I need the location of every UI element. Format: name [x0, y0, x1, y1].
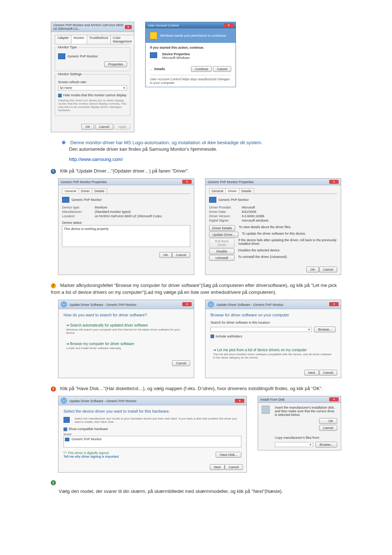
wizard-browse-head: Browse for driver software on your compu…: [211, 313, 336, 317]
signing-link[interactable]: Tell me why driver signing is important: [64, 455, 119, 458]
samsung-link[interactable]: http://www.samsung.com/: [69, 157, 123, 162]
step-9-icon: 9: [51, 480, 56, 485]
back-icon[interactable]: ←: [61, 397, 67, 404]
apply-button[interactable]: Apply: [114, 124, 130, 130]
monitor-icon: [58, 53, 65, 59]
tab-color[interactable]: Color Management: [110, 35, 135, 44]
device-status-label: Device status: [62, 221, 190, 224]
back-icon[interactable]: ←: [61, 301, 67, 308]
chevron-down-icon: ▾: [310, 443, 311, 446]
cancel-button[interactable]: Cancel: [225, 464, 243, 470]
chevron-down-icon: ▾: [123, 86, 125, 90]
copy-from-select[interactable]: ▾: [275, 442, 313, 447]
close-icon[interactable]: ✕: [235, 399, 244, 403]
browse-button[interactable]: Browse...: [315, 442, 337, 447]
select-head: Select the device driver you want to ins…: [64, 409, 241, 413]
program-icon: [150, 52, 157, 58]
rollback-driver-button[interactable]: Roll Back Driver: [209, 238, 235, 248]
shield-icon: 🛡: [64, 451, 67, 455]
ok-button[interactable]: OK: [81, 124, 94, 130]
browse-button[interactable]: Browse...: [314, 327, 336, 332]
continue-button[interactable]: Continue: [191, 66, 212, 72]
tab-troubleshoot[interactable]: Troubleshoot: [87, 35, 111, 44]
monitor-icon: [64, 417, 70, 423]
device-status-box: This device is working properly.: [62, 225, 190, 247]
driver-details-button[interactable]: Driver Details: [209, 225, 235, 231]
tab-details[interactable]: Details: [92, 188, 107, 194]
close-icon[interactable]: ✕: [329, 302, 339, 306]
hide-modes-label: Hide modes that this monitor cannot disp…: [63, 93, 127, 97]
ok-button[interactable]: OK: [306, 267, 319, 272]
device-props-driver: Generic PnP Monitor Properties✕ General …: [205, 178, 341, 275]
win-title: Generic PnP Monitor and NVIDIA GeForce 6…: [53, 23, 125, 31]
monitor-icon: [65, 438, 69, 441]
cancel-button[interactable]: Cancel: [319, 425, 337, 431]
refresh-label: Screen refresh rate:: [58, 80, 127, 84]
uac-dialog: User Account Control ✕ Windows needs you…: [145, 22, 236, 87]
next-button[interactable]: Next: [304, 370, 319, 376]
wizard-auto-option[interactable]: ➔ Search automatically for updated drive…: [64, 321, 189, 337]
uac-title: User Account Control: [148, 24, 179, 27]
close-icon[interactable]: ✕: [182, 180, 192, 184]
disable-button[interactable]: Disable: [209, 248, 234, 254]
uac-publisher: Microsoft Windows: [162, 56, 190, 60]
location-label: Search for driver software in this locat…: [211, 321, 336, 324]
model-list[interactable]: Generic PnP Monitor: [64, 436, 241, 447]
location-select[interactable]: ▾: [211, 327, 312, 332]
copy-from-label: Copy manufacturer's files from:: [275, 436, 337, 439]
properties-button[interactable]: Properties: [104, 61, 127, 67]
ok-button[interactable]: OK: [319, 418, 337, 424]
tab-driver[interactable]: Driver: [78, 188, 92, 194]
uac-details[interactable]: Details: [154, 67, 165, 71]
monitor-icon: [62, 197, 69, 203]
close-icon[interactable]: ✕: [224, 23, 233, 27]
cancel-button[interactable]: Cancel: [319, 370, 337, 376]
wizard-pick-option[interactable]: ➔ Let me pick from a list of device driv…: [211, 345, 336, 362]
close-icon[interactable]: ✕: [182, 302, 192, 306]
update-wizard-2: ←Update Driver Software - Generic PnP Mo…: [205, 300, 341, 378]
cancel-button[interactable]: Cancel: [319, 267, 337, 272]
tab-general[interactable]: General: [209, 188, 226, 194]
cancel-button[interactable]: Cancel: [172, 252, 190, 258]
tab-details[interactable]: Details: [239, 188, 254, 194]
tab-adapter[interactable]: Adapter: [55, 35, 72, 44]
back-icon[interactable]: ←: [208, 301, 214, 308]
disk-icon: [262, 406, 270, 414]
step-8-text: Klik på "Have Disk…"(Har diskette/cd…), …: [60, 386, 323, 391]
note-line2: Den autoriserede driver kan findes på Sa…: [69, 146, 217, 152]
close-icon[interactable]: ✕: [329, 180, 339, 184]
monitor-properties-window: Generic PnP Monitor and NVIDIA GeForce 6…: [51, 22, 134, 132]
ifd-message: Insert the manufacturer's installation d…: [275, 406, 337, 417]
cancel-button[interactable]: Cancel: [213, 66, 231, 72]
chevron-down-icon: ▾: [308, 328, 310, 331]
have-disk-button[interactable]: Have Disk...: [216, 452, 241, 458]
chevron-down-icon[interactable]: ⌄: [150, 67, 153, 71]
step-9-text: Vælg den model, der svarer til din skærm…: [59, 488, 341, 495]
update-driver-button[interactable]: Update Driver...: [209, 232, 238, 238]
tab-monitor[interactable]: Monitor: [71, 35, 87, 44]
install-from-disk-dialog: Install From Disk✕ Insert the manufactur…: [258, 396, 341, 450]
show-compatible-checkbox[interactable]: [64, 428, 67, 431]
cancel-button[interactable]: Cancel: [172, 360, 190, 366]
uninstall-button[interactable]: Uninstall: [209, 255, 234, 261]
select-driver-wizard: ←Update Driver Software - Generic PnP Mo…: [58, 396, 247, 473]
refresh-rate-select[interactable]: 60 Hertz ▾: [58, 85, 127, 90]
ok-button[interactable]: OK: [159, 252, 172, 258]
hide-modes-desc: Clearing this check box allows you to se…: [58, 99, 127, 112]
hide-modes-checkbox[interactable]: [58, 94, 62, 97]
tab-driver[interactable]: Driver: [225, 188, 239, 194]
shield-icon: [150, 32, 157, 39]
close-icon[interactable]: ✕: [329, 397, 339, 401]
uac-headline: Windows needs your permission to contion…: [160, 34, 227, 37]
uac-started: If you started this action, continue.: [150, 46, 231, 49]
include-subfolders-checkbox[interactable]: [211, 335, 214, 338]
monitor-icon: [209, 197, 216, 203]
uac-footer: User Account Control helps stop unauthor…: [150, 75, 231, 85]
close-icon[interactable]: ✕: [125, 25, 132, 29]
wizard-question: How do you want to search for driver sof…: [64, 313, 189, 317]
next-button[interactable]: Next: [210, 464, 225, 470]
wizard-browse-option[interactable]: ➔ Browse my computer for driver software…: [64, 339, 189, 352]
cancel-button[interactable]: Cancel: [95, 124, 113, 130]
tab-general[interactable]: General: [62, 188, 79, 194]
uac-program: Device Properties: [162, 52, 190, 56]
